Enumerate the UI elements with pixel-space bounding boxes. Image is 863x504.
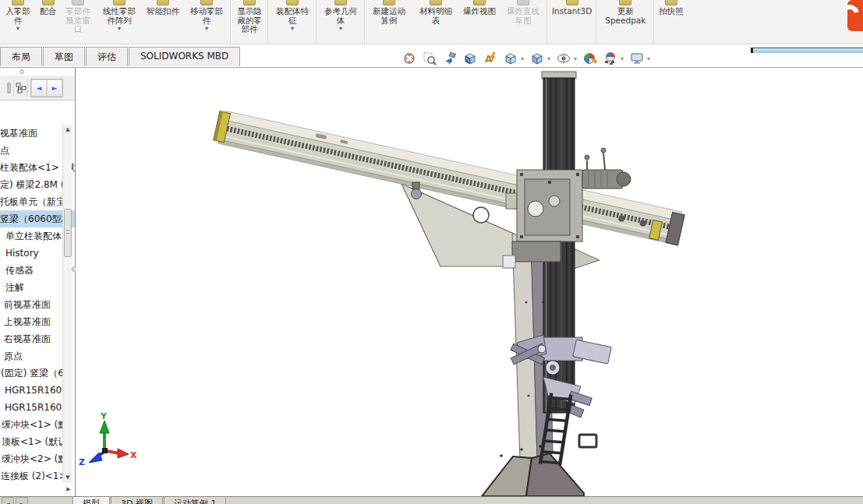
property-manager-tab-icon[interactable] (0, 79, 14, 97)
ribbon-button-label: 移动零部件 (187, 7, 226, 25)
assembly-features-button[interactable]: 装配体特征▾ (269, 0, 317, 44)
ribbon-button-label: 线性零部件阵列 (100, 7, 139, 25)
tab-sketch[interactable]: 草图 (43, 47, 85, 66)
update-speedpak-icon (619, 0, 631, 5)
drive-motor (582, 148, 631, 189)
component-preview-icon (72, 0, 84, 5)
motion-nav-last-button[interactable]: ► (16, 497, 28, 504)
ribbon-button-label: 爆炸直线草图 (504, 7, 543, 25)
ribbon-button-label: 爆炸视图 (463, 7, 496, 16)
status-bar: ◄ ► 模型3D 视图运动算例 1 (0, 496, 863, 504)
bill-of-materials-button[interactable]: 材料明细表 (412, 0, 459, 44)
assembly-model[interactable] (213, 72, 685, 496)
smart-fasteners-icon (157, 0, 169, 5)
zoom-area-icon[interactable] (419, 50, 439, 67)
scroll-up-arrow[interactable]: ▲ (63, 125, 73, 135)
horizontal-scroll-right-arrow[interactable]: ▶ (64, 485, 73, 494)
insert-component-button[interactable]: 入零部件▾ (0, 0, 36, 44)
triad-z-axis: Z (79, 451, 105, 467)
svg-text:Z: Z (79, 457, 85, 467)
graphics-area[interactable]: Y X Z (76, 69, 863, 496)
origin-triad: Y X Z (79, 411, 137, 467)
svg-text:Y: Y (100, 411, 108, 421)
tab-solidworks-mbd[interactable]: SOLIDWORKS MBD (129, 47, 240, 66)
linear-component-pattern-button[interactable]: 线性零部件阵列▾ (96, 0, 143, 44)
panel-tab-scroll-arrows: ◄ ► (30, 79, 63, 97)
previous-view-icon[interactable] (440, 50, 459, 67)
solidworks-logo-badge[interactable] (847, 0, 863, 31)
move-component-button[interactable]: 移动零部件▾ (183, 0, 231, 44)
dropdown-caret-icon[interactable]: ▾ (547, 55, 553, 62)
motion-nav-first-button[interactable]: ◄ (2, 497, 14, 504)
new-motion-study-button[interactable]: 新建运动算例 (366, 0, 412, 44)
tab-layout[interactable]: 布局 (0, 47, 42, 66)
section-view-icon[interactable] (460, 50, 479, 67)
panel-scroll-left-button[interactable]: ◄ (31, 79, 47, 97)
dropdown-caret-icon[interactable]: ▾ (521, 55, 526, 62)
dropdown-caret-icon[interactable]: ▾ (574, 55, 579, 62)
tree-scrollbar[interactable]: ▲ ▼ (62, 125, 72, 483)
ribbon-button-label: Instant3D (552, 7, 592, 16)
scroll-down-arrow[interactable]: ▼ (63, 473, 73, 483)
exploded-view-button[interactable]: 爆炸视图 (459, 0, 500, 44)
insert-component-icon (12, 0, 24, 5)
linear-component-pattern-icon (113, 0, 126, 5)
view-settings-icon[interactable] (627, 50, 646, 67)
dropdown-caret-icon[interactable]: ▾ (621, 55, 626, 62)
statusbar-tab-3d-views[interactable]: 3D 视图 (111, 497, 163, 504)
instant3d-icon (566, 0, 578, 5)
show-hidden-components-icon (243, 0, 256, 5)
ribbon-button-label: 参考几何体 (321, 7, 360, 25)
dropdown-caret-icon: ▾ (16, 26, 19, 31)
statusbar-tab-motion-study[interactable]: 运动算例 1 (164, 497, 227, 504)
panel-collapse-handle[interactable] (19, 69, 24, 74)
component-preview-button: 零部件预览窗口 (60, 0, 96, 44)
move-component-icon (200, 0, 213, 5)
view-orientation-icon[interactable] (500, 50, 520, 67)
ribbon-button-label: 更新Speedpak (601, 7, 649, 25)
ribbon-button-label: 装配体特征 (273, 7, 312, 25)
feature-manager-panel: ◄ ► 视基准面点柱装配体<1> (默定) 横梁2.8M (托板单元（新宝竖梁（… (0, 68, 76, 496)
take-snapshot-button[interactable]: 拍快照 (655, 0, 688, 44)
ribbon-toolbar: 入零部件▾配合零部件预览窗口线性零部件阵列▾智能扣件移动零部件▾显示隐藏的零部件… (0, 0, 863, 44)
dropdown-caret-icon: ▾ (291, 26, 294, 31)
display-style-icon[interactable] (527, 50, 546, 67)
assembly-features-icon (286, 0, 299, 5)
dropdown-caret-icon: ▾ (205, 26, 208, 31)
hide-show-items-icon[interactable] (554, 50, 573, 67)
tab-evaluate[interactable]: 评估 (86, 47, 128, 66)
zoom-fit-icon[interactable] (399, 50, 419, 67)
scrollbar-thumb[interactable] (64, 209, 72, 257)
heads-up-view-toolbar: A▾▾▾▾▾ (399, 49, 653, 68)
ribbon-button-label: 材料明细表 (416, 7, 455, 25)
dropdown-caret-icon[interactable]: ▾ (647, 55, 653, 62)
explode-line-sketch-button: 爆炸直线草图 (500, 0, 547, 44)
mate-icon (42, 0, 55, 5)
ribbon-button-label: 入零部件 (4, 7, 32, 25)
explode-line-sketch-icon (517, 0, 529, 5)
mate-button[interactable]: 配合 (36, 0, 60, 44)
smart-fasteners-button[interactable]: 智能扣件 (143, 0, 183, 44)
triad-y-axis: Y (100, 411, 109, 450)
take-snapshot-icon (665, 0, 677, 5)
statusbar-tab-model[interactable]: 模型 (73, 497, 110, 504)
task-pane-edge[interactable] (751, 48, 863, 53)
ribbon-button-label: 拍快照 (659, 7, 684, 16)
triad-x-axis: X (107, 449, 137, 460)
base-handle (579, 435, 596, 447)
ribbon-button-label: 新建运动算例 (370, 7, 409, 25)
annotation-view-icon[interactable]: A (480, 50, 500, 67)
ribbon-button-label: 智能扣件 (147, 7, 179, 16)
update-speedpak-button[interactable]: 更新Speedpak (597, 0, 654, 44)
feature-manager-tree-tab-icon[interactable] (14, 79, 28, 97)
instant3d-button[interactable]: Instant3D (548, 0, 596, 44)
reference-geometry-button[interactable]: 参考几何体▾ (317, 0, 365, 44)
panel-tab-strip: ◄ ► (0, 76, 75, 100)
ribbon-button-label: 配合 (40, 7, 56, 16)
ribbon-button-label: 显示隐藏的零部件 (235, 7, 263, 34)
logo-swirl-icon (847, 1, 863, 26)
show-hidden-components-button[interactable]: 显示隐藏的零部件 (232, 0, 268, 44)
panel-scroll-right-button[interactable]: ► (47, 79, 62, 97)
edit-appearance-icon[interactable] (580, 50, 600, 67)
apply-scene-icon[interactable] (600, 50, 620, 67)
